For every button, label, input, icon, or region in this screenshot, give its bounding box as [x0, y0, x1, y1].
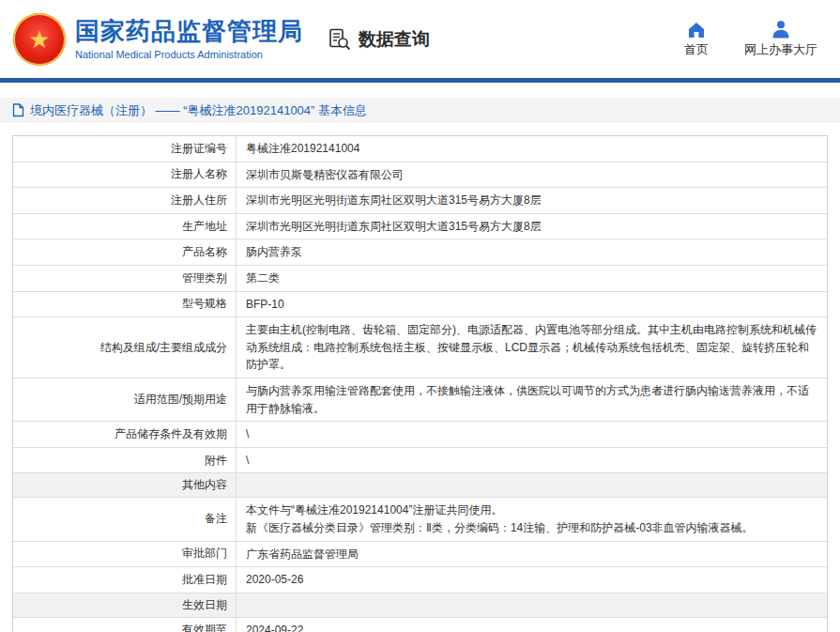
data-query-icon	[328, 27, 352, 52]
row-value: BFP-10	[237, 292, 827, 317]
row-value: 第二类	[237, 266, 827, 291]
row-value: 深圳市光明区光明街道东周社区双明大道315号易方大厦8层	[237, 188, 827, 213]
row-label: 批准日期	[13, 567, 237, 593]
row-value: 2020-05-26	[237, 567, 827, 593]
row-label-text: 结构及组成/主要组成成分	[100, 340, 227, 356]
table-row: 附件\	[13, 447, 827, 473]
row-label: 其他内容	[13, 473, 237, 497]
row-label-text: 产品储存条件及有效期	[115, 426, 227, 442]
row-label-text: 注册证编号	[171, 141, 227, 157]
row-label-text: 审批部门	[182, 546, 227, 562]
site-header: ★ 国家药品监督管理局 National Medical Products Ad…	[0, 0, 840, 78]
table-row: 结构及组成/主要组成成分主要由主机(控制电路、齿轮箱、固定部分)、电源适配器、内…	[13, 316, 827, 378]
brand[interactable]: ★ 国家药品监督管理局 National Medical Products Ad…	[13, 13, 303, 66]
breadcrumb-text: 境内医疗器械（注册） —— “粤械注准20192141004” 基本信息	[30, 102, 367, 119]
row-value	[237, 473, 827, 497]
row-value: 肠内营养泵	[237, 239, 827, 265]
row-label-text: 型号规格	[182, 296, 227, 312]
section-title: 数据查询	[359, 27, 430, 52]
breadcrumb: 境内医疗器械（注册） —— “粤械注准20192141004” 基本信息	[0, 98, 840, 123]
table-row: 有效期至2024-09-22	[13, 617, 827, 632]
row-label: 注册证编号	[13, 136, 237, 162]
row-label-text: 生效日期	[182, 597, 227, 613]
row-label: 型号规格	[13, 292, 237, 317]
table-row: 批准日期2020-05-26	[13, 566, 827, 593]
row-label-text: 产品名称	[182, 244, 227, 260]
row-label: 附件	[13, 448, 237, 473]
row-label: 有效期至	[13, 618, 237, 632]
row-label-text: 批准日期	[182, 572, 227, 588]
top-nav: 首页 网上办事大厅	[684, 20, 817, 58]
table-row: 产品名称肠内营养泵	[13, 239, 827, 265]
table-row: 管理类别第二类	[13, 265, 827, 291]
row-value: 广东省药品监督管理局	[237, 542, 827, 567]
row-label: 产品储存条件及有效期	[13, 422, 237, 447]
table-row: 产品储存条件及有效期\	[13, 421, 827, 447]
table-row: 适用范围/预期用途与肠内营养泵用输注管路配套使用，不接触输注液体，供医院以可调节…	[13, 378, 827, 421]
national-emblem-icon: ★	[13, 13, 66, 66]
emblem-star: ★	[28, 27, 50, 52]
data-query-section: 数据查询	[328, 27, 430, 52]
row-label-text: 其他内容	[182, 477, 227, 493]
table-row: 注册证编号粤械注准20192141004	[13, 136, 827, 162]
row-value: 2024-09-22	[237, 618, 827, 632]
row-label-text: 适用范围/预期用途	[134, 392, 227, 408]
row-value: 深圳市光明区光明街道东周社区双明大道315号易方大厦8层	[237, 214, 827, 239]
row-label: 注册人名称	[13, 162, 237, 188]
row-label-text: 注册人名称	[171, 166, 227, 182]
row-value: \	[237, 448, 827, 473]
home-icon	[686, 20, 707, 39]
row-value: 主要由主机(控制电路、齿轮箱、固定部分)、电源适配器、内置电池等部分组成。其中主…	[237, 317, 827, 378]
row-label: 管理类别	[13, 266, 237, 291]
row-label-text: 备注	[205, 511, 227, 527]
row-label: 生效日期	[13, 593, 237, 617]
row-label: 备注	[13, 498, 237, 540]
row-label: 注册人住所	[13, 188, 237, 213]
row-label: 适用范围/预期用途	[13, 378, 237, 421]
site-subtitle: National Medical Products Administration	[75, 49, 303, 60]
table-row: 注册人名称深圳市贝斯曼精密仪器有限公司	[13, 162, 827, 188]
row-label-text: 管理类别	[182, 270, 227, 286]
nav-home[interactable]: 首页	[684, 20, 709, 58]
row-label-text: 注册人住所	[171, 193, 227, 208]
row-value: 本文件与“粤械注准20192141004”注册证共同使用。 新《医疗器械分类目录…	[237, 498, 827, 540]
nav-service-hall-label: 网上办事大厅	[744, 41, 817, 58]
row-label: 结构及组成/主要组成成分	[13, 317, 237, 378]
table-row: 其他内容	[13, 472, 827, 497]
brand-text: 国家药品监督管理局 National Medical Products Admi…	[75, 18, 303, 60]
table-row: 注册人住所深圳市光明区光明街道东周社区双明大道315号易方大厦8层	[13, 187, 827, 213]
row-label: 生产地址	[13, 214, 237, 239]
nav-service-hall[interactable]: 网上办事大厅	[744, 20, 817, 58]
row-label-text: 有效期至	[182, 622, 227, 632]
table-row: 生效日期	[13, 593, 827, 617]
row-label-text: 生产地址	[182, 219, 227, 235]
row-label: 产品名称	[13, 239, 237, 265]
table-row: 备注本文件与“粤械注准20192141004”注册证共同使用。 新《医疗器械分类…	[13, 497, 827, 540]
user-icon	[771, 20, 791, 39]
row-value: 与肠内营养泵用输注管路配套使用，不接触输注液体，供医院以可调节的方式为患者进行肠…	[237, 378, 827, 421]
site-title: 国家药品监督管理局	[75, 18, 303, 46]
page: ★ 国家药品监督管理局 National Medical Products Ad…	[0, 0, 840, 632]
nav-home-label: 首页	[684, 41, 709, 58]
document-icon	[12, 103, 24, 117]
row-label: 审批部门	[13, 542, 237, 567]
row-label-text: 附件	[205, 453, 227, 469]
registration-info-table: 注册证编号粤械注准20192141004注册人名称深圳市贝斯曼精密仪器有限公司注…	[12, 135, 828, 632]
row-value: 深圳市贝斯曼精密仪器有限公司	[237, 162, 827, 188]
table-row: 生产地址深圳市光明区光明街道东周社区双明大道315号易方大厦8层	[13, 213, 827, 239]
row-value	[237, 593, 827, 617]
row-value: 粤械注准20192141004	[237, 136, 827, 162]
table-row: 型号规格BFP-10	[13, 291, 827, 317]
table-row: 审批部门广东省药品监督管理局	[13, 541, 827, 567]
header-divider-bar	[0, 78, 840, 83]
row-value: \	[237, 422, 827, 447]
